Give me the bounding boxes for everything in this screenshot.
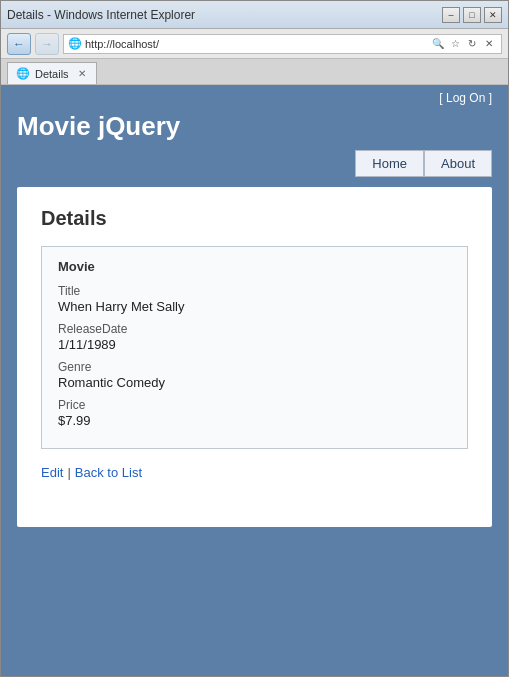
app-title: Movie jQuery (17, 107, 492, 150)
title-bar-controls: – □ ✕ (442, 7, 502, 23)
value-genre: Romantic Comedy (58, 375, 451, 390)
tab-icon: 🌐 (16, 67, 30, 80)
value-price: $7.99 (58, 413, 451, 428)
app-header: [ Log On ] Movie jQuery (1, 85, 508, 150)
tab-bar: 🌐 Details ✕ (1, 59, 508, 85)
separator: | (67, 465, 70, 480)
field-genre: Genre Romantic Comedy (58, 360, 451, 390)
address-bar: ← → 🌐 http://localhost/ 🔍 ☆ ↻ ✕ (1, 29, 508, 59)
nav-bar: Home About (1, 150, 508, 187)
log-on-bracket-close: ] (485, 91, 492, 105)
actions-row: Edit | Back to List (41, 465, 468, 480)
stop-button[interactable]: ✕ (481, 35, 497, 53)
maximize-button[interactable]: □ (463, 7, 481, 23)
tab-label: Details (35, 68, 69, 80)
address-icon: 🌐 (68, 37, 82, 50)
label-price: Price (58, 398, 451, 412)
forward-button[interactable]: → (35, 33, 59, 55)
browser-window: Details - Windows Internet Explorer – □ … (0, 0, 509, 677)
back-to-list-link[interactable]: Back to List (75, 465, 142, 480)
refresh-button[interactable]: ↻ (464, 35, 480, 53)
log-on-bracket-open: [ (439, 91, 446, 105)
app-content: [ Log On ] Movie jQuery Home About Detai… (1, 85, 508, 676)
bookmark-button[interactable]: ☆ (447, 35, 463, 53)
label-title: Title (58, 284, 451, 298)
window-title: Details - Windows Internet Explorer (7, 8, 195, 22)
page-title: Details (41, 207, 468, 230)
field-price: Price $7.99 (58, 398, 451, 428)
log-on-link[interactable]: Log On (446, 91, 485, 105)
label-release-date: ReleaseDate (58, 322, 451, 336)
field-release-date: ReleaseDate 1/11/1989 (58, 322, 451, 352)
address-actions: 🔍 ☆ ↻ ✕ (430, 35, 497, 53)
browser-tab-details[interactable]: 🌐 Details ✕ (7, 62, 97, 84)
main-content: Details Movie Title When Harry Met Sally… (1, 187, 508, 676)
minimize-button[interactable]: – (442, 7, 460, 23)
field-title: Title When Harry Met Sally (58, 284, 451, 314)
header-top: [ Log On ] (17, 85, 492, 107)
movie-box: Movie Title When Harry Met Sally Release… (41, 246, 468, 449)
back-button[interactable]: ← (7, 33, 31, 55)
address-text: http://localhost/ (85, 38, 427, 50)
content-panel: Details Movie Title When Harry Met Sally… (17, 187, 492, 527)
nav-home[interactable]: Home (355, 150, 424, 177)
tab-close-icon[interactable]: ✕ (78, 68, 86, 79)
movie-box-header: Movie (58, 259, 451, 274)
value-release-date: 1/11/1989 (58, 337, 451, 352)
close-button[interactable]: ✕ (484, 7, 502, 23)
label-genre: Genre (58, 360, 451, 374)
value-title: When Harry Met Sally (58, 299, 451, 314)
edit-link[interactable]: Edit (41, 465, 63, 480)
nav-about[interactable]: About (424, 150, 492, 177)
address-field[interactable]: 🌐 http://localhost/ 🔍 ☆ ↻ ✕ (63, 34, 502, 54)
title-bar: Details - Windows Internet Explorer – □ … (1, 1, 508, 29)
search-address-button[interactable]: 🔍 (430, 35, 446, 53)
